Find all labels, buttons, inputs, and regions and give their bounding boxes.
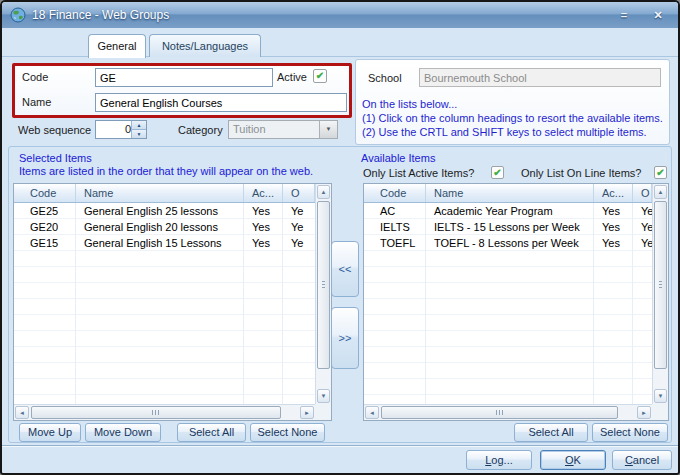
remove-from-web-button[interactable]: <<: [331, 241, 359, 297]
move-up-button[interactable]: Move Up: [19, 423, 81, 442]
code-input[interactable]: [95, 68, 273, 87]
column-header-code[interactable]: Code: [364, 184, 426, 202]
column-header-active[interactable]: Ac...: [594, 184, 633, 202]
spinner-down-icon[interactable]: ▼: [132, 130, 146, 138]
checkmark-icon: ✔: [493, 167, 501, 178]
window-title: 18 Finance - Web Groups: [32, 2, 169, 28]
table-row[interactable]: IELTS IELTS - 15 Lessons per Week Yes Ye: [364, 219, 652, 235]
table-row[interactable]: GE20 General English 20 lessons Yes Ye: [14, 219, 315, 235]
scroll-right-icon[interactable]: ►: [300, 406, 314, 419]
scrollbar-thumb[interactable]: [381, 406, 618, 419]
column-header-online[interactable]: O: [283, 184, 315, 202]
table-cell: Ye: [633, 203, 652, 219]
name-input[interactable]: [95, 93, 347, 112]
available-select-all-button[interactable]: Select All: [514, 423, 588, 442]
column-header-online[interactable]: O: [633, 184, 652, 202]
available-items-header: Code Name Ac... O: [364, 184, 652, 203]
web-sequence-stepper[interactable]: 0 ▲ ▼: [95, 120, 147, 139]
code-label: Code: [22, 71, 48, 83]
cancel-button[interactable]: Cancel: [612, 450, 672, 470]
checkmark-icon: ✔: [656, 167, 664, 178]
column-header-name[interactable]: Name: [426, 184, 594, 202]
filter-active-checkbox[interactable]: ✔: [491, 166, 504, 179]
scroll-up-icon[interactable]: ▲: [317, 185, 330, 199]
selected-items-header: Code Name Ac... O: [14, 184, 315, 203]
thumb-grip: [496, 410, 504, 415]
selected-items-title: Selected Items: [19, 152, 92, 164]
scroll-left-icon[interactable]: ◄: [365, 406, 379, 419]
ok-button[interactable]: OK: [540, 450, 606, 470]
spinner-up-icon[interactable]: ▲: [132, 121, 146, 130]
table-row[interactable]: GE15 General English 15 Lessons Yes Ye: [14, 235, 315, 251]
table-cell: Yes: [244, 219, 283, 235]
column-header-code[interactable]: Code: [14, 184, 76, 202]
column-header-name[interactable]: Name: [76, 184, 244, 202]
table-cell: AC: [364, 203, 426, 219]
move-down-button[interactable]: Move Down: [85, 423, 161, 442]
table-cell: IELTS - 15 Lessons per Week: [426, 219, 594, 235]
instructions-intro: On the lists below...: [362, 97, 664, 111]
school-input: [419, 68, 661, 87]
table-cell: General English 15 Lessons: [76, 235, 244, 251]
table-cell: GE15: [14, 235, 76, 251]
active-checkbox[interactable]: ✔: [313, 69, 327, 83]
table-cell: General English 20 lessons: [76, 219, 244, 235]
horizontal-scrollbar[interactable]: ◄ ►: [14, 404, 315, 420]
table-cell: Yes: [594, 235, 633, 251]
active-label: Active: [277, 71, 307, 83]
table-cell: Yes: [244, 203, 283, 219]
table-cell: Ye: [633, 219, 652, 235]
scrollbar-thumb[interactable]: [654, 201, 667, 369]
scrollbar-thumb[interactable]: [31, 406, 281, 419]
thumb-grip: [322, 281, 325, 289]
thumb-grip: [152, 410, 160, 415]
title-bar[interactable]: 18 Finance - Web Groups = ✕: [2, 2, 678, 28]
available-select-none-button[interactable]: Select None: [592, 423, 668, 442]
column-header-active[interactable]: Ac...: [244, 184, 283, 202]
scroll-up-icon[interactable]: ▲: [654, 185, 667, 199]
table-cell: TOEFL: [364, 235, 426, 251]
scroll-left-icon[interactable]: ◄: [15, 406, 29, 419]
selected-items-body: GE25 General English 25 lessons Yes Ye G…: [14, 203, 315, 404]
vertical-scrollbar[interactable]: ▲ ▼: [315, 184, 331, 404]
add-to-web-button[interactable]: >>: [331, 307, 359, 369]
selected-select-all-button[interactable]: Select All: [177, 423, 246, 442]
available-items-body: AC Academic Year Program Yes Ye IELTS IE…: [364, 203, 652, 404]
scroll-down-icon[interactable]: ▼: [654, 389, 667, 403]
table-cell: Yes: [594, 219, 633, 235]
table-cell: Ye: [283, 203, 315, 219]
vertical-scrollbar[interactable]: ▲ ▼: [652, 184, 668, 404]
table-cell: IELTS: [364, 219, 426, 235]
spinner-buttons: ▲ ▼: [131, 121, 146, 138]
instructions-line2: (2) Use the CRTL and SHIFT keys to selec…: [362, 125, 664, 139]
selected-items-subtitle: Items are listed in the order that they …: [19, 165, 313, 177]
web-sequence-label: Web sequence: [18, 124, 91, 136]
scrollbar-thumb[interactable]: [317, 201, 330, 369]
horizontal-scrollbar[interactable]: ◄ ►: [364, 404, 652, 420]
log-button[interactable]: Log...: [466, 450, 532, 470]
scroll-down-icon[interactable]: ▼: [317, 389, 330, 403]
minimize-button[interactable]: =: [614, 7, 634, 23]
selected-select-none-button[interactable]: Select None: [250, 423, 325, 442]
scroll-right-icon[interactable]: ►: [637, 406, 651, 419]
web-sequence-value: 0: [96, 121, 131, 138]
tab-notes-languages[interactable]: Notes/Languages: [149, 34, 261, 57]
table-cell: Ye: [283, 235, 315, 251]
category-label: Category: [178, 124, 223, 136]
filter-online-checkbox[interactable]: ✔: [654, 166, 667, 179]
close-button[interactable]: ✕: [648, 7, 668, 23]
table-cell: GE20: [14, 219, 76, 235]
list-instructions: On the lists below... (1) Click on the c…: [362, 97, 664, 139]
table-cell: Academic Year Program: [426, 203, 594, 219]
category-dropdown[interactable]: Tuition ▼: [228, 120, 338, 139]
school-label: School: [368, 72, 402, 84]
table-row[interactable]: AC Academic Year Program Yes Ye: [364, 203, 652, 219]
divider: [2, 446, 678, 447]
instructions-line1: (1) Click on the column headings to reso…: [362, 111, 664, 125]
scrollbar-corner: [652, 404, 668, 420]
table-row[interactable]: TOEFL TOEFL - 8 Lessons per Week Yes Ye: [364, 235, 652, 251]
tab-general[interactable]: General: [88, 34, 146, 58]
table-row[interactable]: GE25 General English 25 lessons Yes Ye: [14, 203, 315, 219]
filter-online-label: Only List On Line Items?: [521, 167, 641, 179]
chevron-down-icon[interactable]: ▼: [319, 121, 337, 138]
